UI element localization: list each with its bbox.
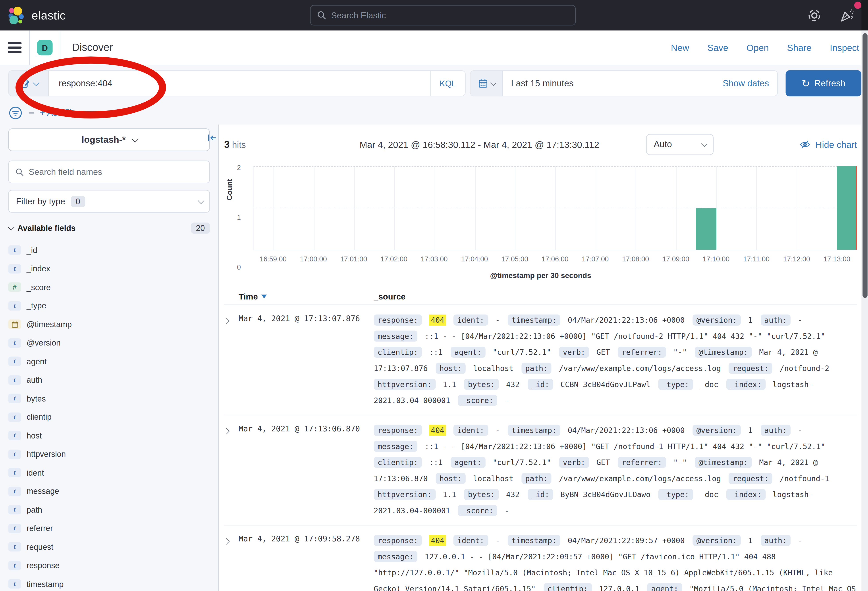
scrollbar-track[interactable] (861, 31, 868, 591)
query-language-button[interactable]: KQL (430, 71, 465, 96)
index-pattern-select[interactable]: logstash-* (9, 129, 210, 151)
string-type-icon: t (9, 264, 21, 273)
field-label: _index: (726, 489, 765, 500)
field-item-referrer[interactable]: treferrer (9, 519, 210, 538)
scrollbar-thumb[interactable] (862, 33, 867, 298)
collapse-left-icon (206, 132, 218, 144)
histogram-chart[interactable]: Count 012 16:59:0017:00:0017:01:0017:02:… (224, 166, 857, 279)
help-icon[interactable] (807, 8, 822, 22)
documents-table: Time _source Mar 4, 2021 @ 17:13:07.876r… (224, 288, 857, 591)
refresh-icon: ↻ (802, 78, 810, 88)
expand-row-icon[interactable] (224, 312, 239, 409)
field-label: auth: (760, 425, 791, 436)
query-input[interactable] (59, 78, 430, 88)
field-item-ident[interactable]: tident (9, 464, 210, 482)
string-type-icon: t (9, 338, 21, 348)
field-item-message[interactable]: tmessage (9, 482, 210, 501)
inspect-button[interactable]: Inspect (830, 42, 859, 53)
space-switcher-button[interactable]: D (30, 31, 60, 65)
available-fields-toggle[interactable]: Available fields 20 (9, 223, 210, 234)
field-search[interactable] (9, 161, 210, 183)
histogram-bar[interactable] (837, 166, 857, 250)
string-type-icon: t (9, 449, 21, 459)
new-button[interactable]: New (671, 42, 689, 53)
global-search[interactable] (310, 5, 576, 26)
show-dates-button[interactable]: Show dates (723, 78, 769, 88)
newsfeed-icon[interactable] (839, 7, 855, 23)
string-type-icon: t (9, 505, 21, 515)
saved-query-menu-button[interactable] (9, 71, 49, 96)
doc-source: response: 404 ident: - timestamp: 04/Mar… (374, 533, 857, 591)
global-search-input[interactable] (331, 10, 568, 20)
field-item-_type[interactable]: t_type (9, 297, 210, 315)
field-item-clientip[interactable]: tclientip (9, 408, 210, 426)
plot-area[interactable] (253, 166, 857, 250)
field-value: 1.1 (443, 380, 456, 389)
save-button[interactable]: Save (707, 42, 728, 53)
field-label: auth: (760, 535, 791, 546)
brand-wordmark: elastic (32, 9, 66, 22)
field-item-path[interactable]: tpath (9, 501, 210, 519)
field-value: 432 (506, 380, 520, 389)
refresh-button[interactable]: ↻ Refresh (786, 70, 862, 96)
field-name: httpversion (27, 450, 66, 459)
main-menu-button[interactable] (0, 31, 30, 65)
field-item-@version[interactable]: t@version (9, 334, 210, 352)
notification-dot (854, 2, 862, 9)
field-value: - (798, 316, 802, 325)
table-row: Mar 4, 2021 @ 17:13:06.870response: 404 … (224, 415, 857, 526)
expand-row-icon[interactable] (224, 533, 239, 591)
date-quick-select-button[interactable] (471, 71, 503, 96)
field-item-httpversion[interactable]: thttpversion (9, 445, 210, 464)
field-search-input[interactable] (29, 167, 203, 177)
open-button[interactable]: Open (747, 42, 769, 53)
y-axis-ticks: 012 (224, 168, 247, 267)
filter-by-type-select[interactable]: Filter by type 0 (9, 190, 210, 213)
chevron-down-icon (198, 198, 204, 204)
expand-row-icon[interactable] (224, 423, 239, 519)
field-value: 1 (748, 426, 753, 435)
field-item-bytes[interactable]: tbytes (9, 389, 210, 408)
histogram-bar[interactable] (696, 208, 716, 250)
string-type-icon: t (9, 412, 21, 422)
field-item-_id[interactable]: t_id (9, 241, 210, 259)
time-column-header[interactable]: Time (239, 292, 373, 301)
field-label: _type: (658, 489, 693, 500)
field-value: 1.1 (443, 490, 456, 499)
field-label: clientip: (543, 583, 592, 591)
add-filter-button[interactable]: + Add filter (40, 108, 82, 118)
time-range-value[interactable]: Last 15 minutes (511, 78, 574, 88)
field-item-request[interactable]: trequest (9, 538, 210, 556)
x-tick-label: 17:10:00 (703, 255, 730, 263)
x-tick-label: 17:04:00 (461, 255, 488, 263)
field-item-host[interactable]: thost (9, 426, 210, 445)
field-item-@timestamp[interactable]: @timestamp (9, 315, 210, 334)
field-label: response: (374, 535, 422, 546)
share-button[interactable]: Share (787, 42, 812, 53)
field-label: referrer: (618, 347, 666, 358)
elastic-logo-icon (8, 6, 27, 25)
string-type-icon: t (9, 245, 21, 255)
query-bar: KQL (9, 70, 466, 96)
filter-menu-icon[interactable] (9, 106, 23, 120)
string-type-icon: t (9, 542, 21, 552)
field-item-timestamp[interactable]: ttimestamp (9, 575, 210, 591)
field-item-_score[interactable]: #_score (9, 278, 210, 297)
field-value: "-" (673, 458, 687, 467)
field-item-auth[interactable]: tauth (9, 371, 210, 389)
elastic-logo[interactable]: elastic (8, 6, 66, 25)
interval-select[interactable]: Auto (646, 134, 713, 155)
field-item-_index[interactable]: t_index (9, 259, 210, 278)
search-icon (317, 10, 326, 20)
field-item-agent[interactable]: tagent (9, 352, 210, 371)
app-header: D Discover New Save Open Share Inspect (0, 31, 868, 65)
collapse-sidebar-button[interactable] (206, 132, 218, 146)
field-item-response[interactable]: tresponse (9, 556, 210, 575)
y-tick-label: 2 (237, 164, 241, 171)
field-label: request: (729, 363, 773, 374)
x-axis-ticks: 16:59:0017:00:0017:01:0017:02:0017:03:00… (253, 255, 857, 267)
field-value: _doc (700, 490, 718, 499)
field-label: bytes: (464, 379, 499, 390)
hide-chart-button[interactable]: Hide chart (799, 139, 857, 150)
string-type-icon: t (9, 394, 21, 403)
